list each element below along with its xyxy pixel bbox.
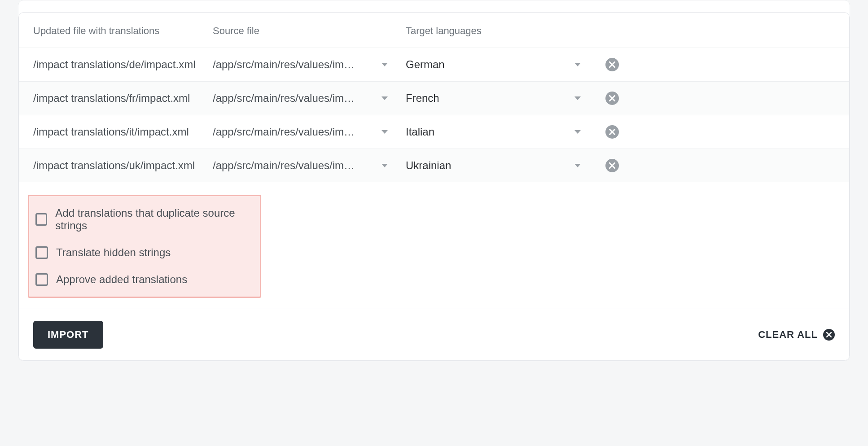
chevron-down-icon	[574, 96, 581, 100]
header-target: Target languages	[406, 25, 599, 37]
close-icon	[609, 95, 615, 101]
file-path: /impact translations/uk/impact.xml	[33, 159, 213, 172]
header-file: Updated file with translations	[33, 25, 213, 37]
import-button[interactable]: IMPORT	[33, 321, 103, 349]
source-file-select[interactable]: /app/src/main/res/values/im…	[213, 126, 406, 138]
option-approve-added: Approve added translations	[35, 266, 254, 289]
target-lang-select[interactable]: German	[406, 58, 599, 71]
remove-row-button[interactable]	[605, 125, 619, 139]
remove-row-button[interactable]	[605, 92, 619, 105]
option-translate-hidden: Translate hidden strings	[35, 239, 254, 266]
chevron-down-icon	[381, 96, 388, 100]
target-lang-select[interactable]: Italian	[406, 126, 599, 138]
source-file-label: /app/src/main/res/values/im…	[213, 126, 355, 138]
chevron-down-icon	[381, 63, 388, 66]
option-label: Translate hidden strings	[56, 246, 171, 259]
table-header: Updated file with translations Source fi…	[19, 13, 849, 48]
file-path: /impact translations/fr/impact.xml	[33, 92, 213, 105]
chevron-down-icon	[381, 164, 388, 167]
translations-card: Updated file with translations Source fi…	[18, 12, 850, 361]
chevron-down-icon	[574, 164, 581, 167]
source-file-label: /app/src/main/res/values/im…	[213, 92, 355, 105]
header-source: Source file	[213, 25, 406, 37]
chevron-down-icon	[574, 130, 581, 134]
remove-row-button[interactable]	[605, 58, 619, 71]
target-lang-label: French	[406, 92, 439, 105]
target-lang-label: Italian	[406, 126, 434, 138]
close-icon	[609, 129, 615, 135]
source-file-label: /app/src/main/res/values/im…	[213, 58, 355, 71]
header-spacer	[599, 25, 626, 37]
checkbox[interactable]	[35, 273, 48, 286]
source-file-select[interactable]: /app/src/main/res/values/im…	[213, 58, 406, 71]
file-path: /impact translations/it/impact.xml	[33, 126, 213, 138]
target-lang-label: Ukrainian	[406, 159, 451, 172]
close-icon	[609, 61, 615, 68]
card-footer: IMPORT CLEAR ALL	[19, 309, 849, 360]
target-lang-select[interactable]: French	[406, 92, 599, 105]
close-icon	[823, 329, 835, 341]
source-file-select[interactable]: /app/src/main/res/values/im…	[213, 159, 406, 172]
chevron-down-icon	[574, 63, 581, 66]
clear-all-label: CLEAR ALL	[758, 329, 818, 341]
checkbox[interactable]	[35, 246, 48, 259]
import-panel: Updated file with translations Source fi…	[18, 0, 850, 361]
clear-all-button[interactable]: CLEAR ALL	[758, 329, 835, 341]
file-path: /impact translations/de/impact.xml	[33, 58, 213, 71]
target-lang-select[interactable]: Ukrainian	[406, 159, 599, 172]
option-duplicate-source: Add translations that duplicate source s…	[35, 204, 254, 239]
option-label: Add translations that duplicate source s…	[55, 207, 254, 232]
option-label: Approve added translations	[56, 273, 187, 286]
source-file-select[interactable]: /app/src/main/res/values/im…	[213, 92, 406, 105]
close-icon	[609, 162, 615, 169]
source-file-label: /app/src/main/res/values/im…	[213, 159, 355, 172]
checkbox[interactable]	[35, 213, 47, 226]
table-row: /impact translations/uk/impact.xml /app/…	[19, 149, 849, 182]
remove-row-button[interactable]	[605, 159, 619, 172]
target-lang-label: German	[406, 58, 445, 71]
chevron-down-icon	[381, 130, 388, 134]
table-row: /impact translations/de/impact.xml /app/…	[19, 48, 849, 81]
table-row: /impact translations/it/impact.xml /app/…	[19, 115, 849, 149]
table-row: /impact translations/fr/impact.xml /app/…	[19, 81, 849, 115]
import-options-box: Add translations that duplicate source s…	[28, 195, 261, 298]
